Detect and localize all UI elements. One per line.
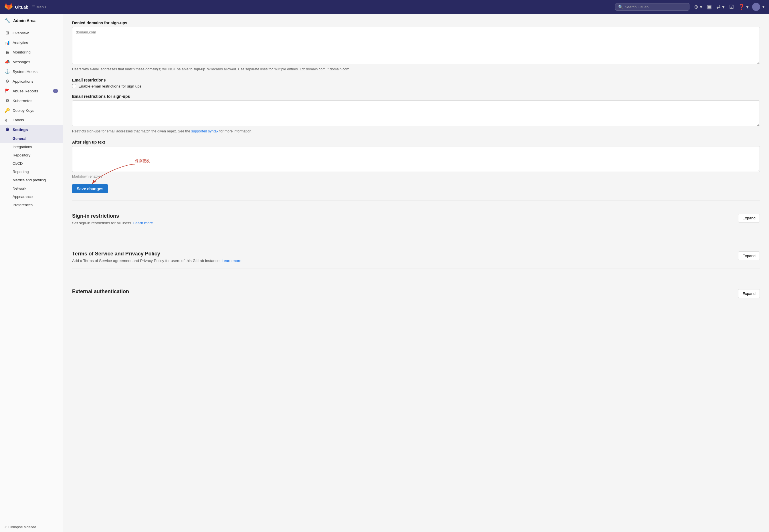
after-signup-label: After sign up text xyxy=(72,140,760,144)
sidebar-subitem-reporting[interactable]: Reporting xyxy=(0,168,63,176)
sign-in-restrictions-content: Sign-in restrictions Set sign-in restric… xyxy=(72,213,154,225)
denied-domains-section: Denied domains for sign-ups Users with e… xyxy=(72,21,760,72)
analytics-icon: 📊 xyxy=(5,40,10,45)
email-restrictions-section: Email restrictions Enable email restrict… xyxy=(72,78,760,88)
supported-syntax-link[interactable]: supported syntax xyxy=(191,129,218,133)
sidebar-item-analytics[interactable]: 📊 Analytics xyxy=(0,38,63,47)
section-divider-2 xyxy=(72,238,760,238)
deploy-keys-icon: 🔑 xyxy=(5,108,10,113)
search-bar[interactable]: 🔍 xyxy=(615,3,689,11)
tos-header: Terms of Service and Privacy Policy Add … xyxy=(72,245,760,269)
sidebar-item-kubernetes[interactable]: ☸ Kubernetes xyxy=(0,96,63,106)
denied-domains-hint: Users with e-mail addresses that match t… xyxy=(72,67,760,72)
sidebar-subitem-network[interactable]: Network xyxy=(0,184,63,192)
tos-section: Terms of Service and Privacy Policy Add … xyxy=(72,245,760,269)
system-hooks-icon: ⚓ xyxy=(5,69,10,74)
sidebar-item-labels[interactable]: 🏷 Labels xyxy=(0,115,63,125)
tos-title: Terms of Service and Privacy Policy xyxy=(72,251,243,257)
sidebar-item-settings[interactable]: ⚙ Settings xyxy=(0,125,63,134)
tos-learn-more-link[interactable]: Learn more. xyxy=(222,259,243,263)
sidebar-item-messages[interactable]: 📣 Messages xyxy=(0,57,63,67)
tos-expand-button[interactable]: Expand xyxy=(738,251,760,260)
collapse-sidebar-button[interactable]: « Collapse sidebar xyxy=(0,522,63,532)
markdown-hint: Markdown enabled xyxy=(72,174,760,178)
sign-in-restrictions-header: Sign-in restrictions Set sign-in restric… xyxy=(72,207,760,231)
after-signup-textarea[interactable] xyxy=(72,146,760,172)
denied-domains-textarea[interactable] xyxy=(72,27,760,64)
denied-domains-label: Denied domains for sign-ups xyxy=(72,21,760,25)
ext-auth-title: External authentication xyxy=(72,289,129,295)
sidebar-item-abuse-reports[interactable]: 🚩 Abuse Reports 0 xyxy=(0,86,63,96)
sidebar-subitem-integrations[interactable]: Integrations xyxy=(0,143,63,151)
tos-content: Terms of Service and Privacy Policy Add … xyxy=(72,251,243,263)
monitoring-icon: 🖥 xyxy=(5,50,10,55)
kubernetes-icon: ☸ xyxy=(5,98,10,103)
user-avatar[interactable] xyxy=(752,3,760,11)
email-restrictions-label: Email restrictions xyxy=(72,78,760,82)
sign-in-restrictions-desc: Set sign-in restrictions for all users. … xyxy=(72,221,154,225)
section-divider-3 xyxy=(72,276,760,276)
gitlab-logo[interactable]: GitLab xyxy=(5,3,29,11)
sidebar-subitem-preferences[interactable]: Preferences xyxy=(0,201,63,209)
sidebar-item-system-hooks[interactable]: ⚓ System Hooks xyxy=(0,67,63,76)
todo-icon[interactable]: ☑ xyxy=(728,3,735,11)
email-restrictions-signups-section: Email restrictions for sign-ups Restrict… xyxy=(72,94,760,134)
menu-button[interactable]: ☰ Menu xyxy=(32,5,46,9)
ext-auth-header: External authentication Expand xyxy=(72,283,760,304)
sidebar-item-overview[interactable]: ⊞ Overview xyxy=(0,28,63,38)
sidebar-nav: ⊞ Overview 📊 Analytics 🖥 Monitoring 📣 Me… xyxy=(0,26,63,211)
overview-icon: ⊞ xyxy=(5,30,10,35)
section-divider-1 xyxy=(72,200,760,201)
email-restrictions-hint: Restricts sign-ups for email addresses t… xyxy=(72,129,760,134)
sidebar-item-deploy-keys[interactable]: 🔑 Deploy Keys xyxy=(0,106,63,115)
sidebar-admin-area: 🔧 Admin Area xyxy=(0,14,63,26)
collapse-icon: « xyxy=(5,525,7,529)
save-section: 保存更改 Save changes xyxy=(72,184,760,193)
settings-icon: ⚙ xyxy=(5,127,10,132)
sidebar-item-monitoring[interactable]: 🖥 Monitoring xyxy=(0,47,63,57)
abuse-reports-icon: 🚩 xyxy=(5,88,10,94)
tos-desc: Add a Terms of Service agreement and Pri… xyxy=(72,259,243,263)
sign-in-expand-button[interactable]: Expand xyxy=(738,214,760,223)
sign-in-restrictions-title: Sign-in restrictions xyxy=(72,213,154,219)
admin-icon: 🔧 xyxy=(5,18,10,23)
email-restrictions-signups-label: Email restrictions for sign-ups xyxy=(72,94,760,99)
email-restrictions-checkbox-row: Enable email restrictions for sign ups xyxy=(72,84,760,88)
search-input[interactable] xyxy=(625,5,682,9)
applications-icon: ⚙ xyxy=(5,79,10,84)
search-icon: 🔍 xyxy=(618,5,623,9)
topnav: GitLab ☰ Menu 🔍 ⊕ ▾ ▣ ⇄ ▾ ☑ ❓ ▾ ▾ xyxy=(0,0,769,14)
ext-auth-section: External authentication Expand xyxy=(72,283,760,304)
sidebar-subitem-cicd[interactable]: CI/CD xyxy=(0,159,63,168)
abuse-reports-badge: 0 xyxy=(53,89,58,93)
sign-in-learn-more-link[interactable]: Learn more. xyxy=(133,221,154,225)
email-restrictions-signups-textarea[interactable] xyxy=(72,100,760,126)
dock-icon[interactable]: ▣ xyxy=(706,3,713,11)
sidebar-subitem-repository[interactable]: Repository xyxy=(0,151,63,159)
sidebar-item-applications[interactable]: ⚙ Applications xyxy=(0,76,63,86)
sidebar-subitem-metrics-profiling[interactable]: Metrics and profiling xyxy=(0,176,63,184)
avatar-chevron[interactable]: ▾ xyxy=(762,5,764,9)
merge-request-icon[interactable]: ⇄ ▾ xyxy=(715,3,726,11)
sidebar-subitem-appearance[interactable]: Appearance xyxy=(0,192,63,201)
main-content: Denied domains for sign-ups Users with e… xyxy=(63,14,769,532)
topnav-actions: ⊕ ▾ ▣ ⇄ ▾ ☑ ❓ ▾ ▾ xyxy=(693,3,764,11)
messages-icon: 📣 xyxy=(5,59,10,64)
logo-text: GitLab xyxy=(15,5,29,9)
email-restrictions-checkbox[interactable] xyxy=(72,84,76,88)
plus-icon[interactable]: ⊕ ▾ xyxy=(693,3,703,11)
help-icon[interactable]: ❓ ▾ xyxy=(737,3,750,11)
save-changes-button[interactable]: Save changes xyxy=(72,184,108,193)
sidebar: 🔧 Admin Area ⊞ Overview 📊 Analytics 🖥 Mo… xyxy=(0,14,63,532)
ext-auth-content: External authentication xyxy=(72,289,129,296)
sidebar-subitem-general[interactable]: General xyxy=(0,134,63,143)
sign-in-restrictions-section: Sign-in restrictions Set sign-in restric… xyxy=(72,207,760,231)
settings-submenu: General Integrations Repository CI/CD Re… xyxy=(0,134,63,209)
after-signup-section: After sign up text Markdown enabled xyxy=(72,140,760,178)
labels-icon: 🏷 xyxy=(5,118,10,122)
ext-auth-expand-button[interactable]: Expand xyxy=(738,289,760,298)
email-restrictions-checkbox-label[interactable]: Enable email restrictions for sign ups xyxy=(78,84,142,88)
